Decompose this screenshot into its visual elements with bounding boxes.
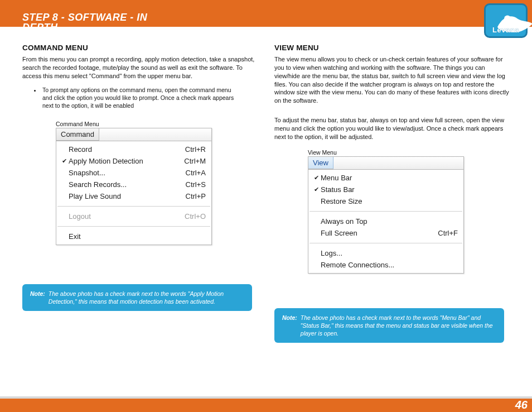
view-menu-group-2: Always on TopFull ScreenCtrl+F — [308, 213, 463, 241]
menu-separator — [309, 243, 462, 243]
menu-item[interactable]: RecordCtrl+R — [56, 143, 211, 155]
menu-item-shortcut: Ctrl+A — [186, 169, 206, 177]
view-paragraph: The view menu allows you to check or un-… — [274, 55, 510, 105]
menu-item[interactable]: Full ScreenCtrl+F — [308, 227, 463, 239]
footer-bar: 46 — [0, 396, 532, 412]
menu-item: LogoutCtrl+O — [56, 210, 211, 222]
command-menu-group-3: Exit — [56, 228, 211, 245]
brand-logo: Levana — [484, 3, 528, 38]
menu-item-shortcut: Ctrl+S — [186, 180, 206, 189]
svg-point-0 — [504, 16, 511, 22]
check-icon: ✔ — [312, 174, 321, 181]
view-menu-caption: View Menu — [308, 149, 510, 156]
menu-item-label: Status Bar — [321, 185, 458, 194]
note-text: The above photo has a check mark next to… — [49, 290, 244, 305]
header-bar: STEP 8 - SOFTWARE - IN DEPTH Levana — [0, 0, 532, 27]
menu-item-label: Restore Size — [321, 197, 458, 205]
menu-item[interactable]: Logs... — [308, 247, 463, 259]
menu-header-command[interactable]: Command — [56, 128, 99, 141]
command-note: Note: The above photo has a check mark n… — [22, 284, 252, 311]
menu-item[interactable]: Play Live SoundCtrl+P — [56, 190, 211, 202]
menu-item-label: Full Screen — [321, 229, 438, 237]
command-paragraph: From this menu you can prompt a recordin… — [22, 55, 258, 80]
menu-item[interactable]: ✔Status Bar — [308, 184, 463, 195]
command-menu-group-2: LogoutCtrl+O — [56, 208, 211, 224]
menu-item[interactable]: Exit — [56, 231, 211, 242]
view-heading: VIEW MENU — [274, 44, 510, 52]
page-number: 46 — [515, 399, 528, 411]
view-paragraph-2: To adjust the menu bar, status bar, alwa… — [274, 116, 510, 141]
menu-item[interactable]: ✔Apply Motion DetectionCtrl+M — [56, 155, 211, 167]
menu-item[interactable]: Remote Connections... — [308, 259, 463, 271]
menu-item-label: Menu Bar — [321, 174, 458, 182]
menu-header-view[interactable]: View — [308, 157, 333, 169]
menu-separator — [309, 211, 462, 212]
note-label: Note: — [282, 314, 297, 338]
menu-item-label: Search Records... — [69, 180, 186, 189]
command-menu-caption: Command Menu — [56, 121, 258, 127]
menu-item-shortcut: Ctrl+R — [185, 145, 206, 154]
menu-item-shortcut: Ctrl+P — [186, 192, 206, 200]
menu-item[interactable]: Snapshot...Ctrl+A — [56, 167, 211, 179]
menu-item[interactable]: Always on Top — [308, 215, 463, 227]
menu-item[interactable]: Restore Size — [308, 195, 463, 207]
menu-separator — [57, 206, 210, 207]
menu-item-label: Exit — [69, 232, 206, 241]
menu-item-label: Always on Top — [321, 217, 458, 226]
check-icon: ✔ — [60, 157, 69, 165]
menu-item-label: Snapshot... — [69, 169, 186, 177]
command-bullet: To prompt any options on the command men… — [41, 86, 258, 110]
view-note: Note: The above photo has a check mark n… — [274, 308, 504, 343]
menu-item-shortcut: Ctrl+O — [185, 212, 206, 221]
view-menu-group-1: ✔Menu Bar✔Status BarRestore Size — [308, 170, 463, 209]
brand-name: Levana — [486, 26, 526, 34]
column-command: COMMAND MENU From this menu you can prom… — [22, 44, 258, 343]
command-menu: Command RecordCtrl+R✔Apply Motion Detect… — [56, 128, 212, 245]
view-menu: View ✔Menu Bar✔Status BarRestore Size Al… — [308, 156, 464, 274]
menu-item[interactable]: Search Records...Ctrl+S — [56, 179, 211, 190]
menu-item-label: Apply Motion Detection — [69, 157, 184, 165]
menu-item-label: Record — [69, 145, 185, 154]
menu-item-label: Logs... — [321, 249, 458, 257]
column-view: VIEW MENU The view menu allows you to ch… — [274, 44, 510, 343]
command-menu-figure: Command Menu Command RecordCtrl+R✔Apply … — [56, 121, 258, 245]
check-icon: ✔ — [312, 186, 321, 193]
note-label: Note: — [30, 290, 45, 305]
menu-item-label: Logout — [69, 212, 185, 221]
content: COMMAND MENU From this menu you can prom… — [0, 27, 532, 343]
menu-item[interactable]: ✔Menu Bar — [308, 172, 463, 184]
menu-separator — [57, 226, 210, 227]
menu-item-label: Remote Connections... — [321, 261, 458, 269]
command-heading: COMMAND MENU — [22, 44, 258, 52]
menu-item-shortcut: Ctrl+M — [184, 157, 206, 165]
menu-item-label: Play Live Sound — [69, 192, 186, 200]
view-menu-figure: View Menu View ✔Menu Bar✔Status BarResto… — [308, 149, 510, 274]
view-menu-group-3: Logs...Remote Connections... — [308, 245, 463, 273]
command-bullets: To prompt any options on the command men… — [41, 86, 258, 110]
page-title: STEP 8 - SOFTWARE - IN DEPTH — [22, 0, 167, 36]
command-menu-group-1: RecordCtrl+R✔Apply Motion DetectionCtrl+… — [56, 141, 211, 204]
menu-item-shortcut: Ctrl+F — [438, 229, 458, 237]
note-text: The above photo has a check mark next to… — [301, 314, 496, 338]
